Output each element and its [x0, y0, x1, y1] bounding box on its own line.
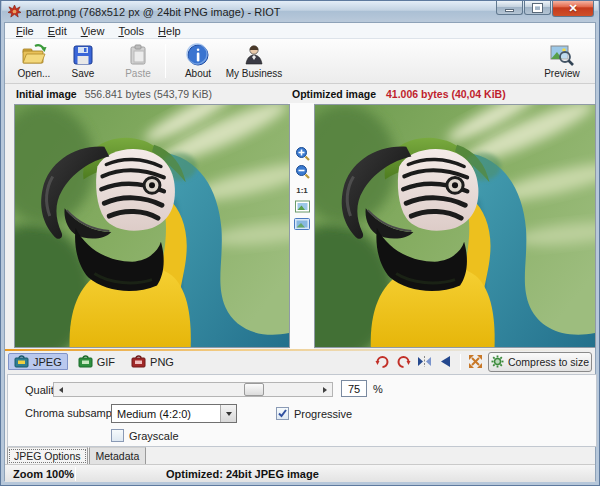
menu-file[interactable]: File — [9, 24, 41, 38]
open-button[interactable]: Open... — [10, 42, 58, 81]
options-tab-strip: JPEG Options Metadata — [5, 447, 595, 464]
riot-app-icon — [8, 5, 21, 18]
menu-tools[interactable]: Tools — [111, 24, 151, 38]
quality-unit-label: % — [373, 383, 383, 395]
initial-image-panel[interactable] — [14, 104, 290, 348]
rotate-left-icon — [375, 354, 390, 369]
paste-clipboard-icon — [126, 42, 150, 68]
close-button[interactable]: ✕ — [552, 1, 594, 17]
rotate-right-button[interactable] — [395, 353, 412, 370]
toolbar-separator — [165, 44, 166, 78]
slider-right-arrow[interactable] — [318, 383, 332, 396]
status-separator — [75, 467, 76, 481]
slider-left-arrow[interactable] — [54, 383, 68, 396]
format-tabs: JPEG GIF — [8, 353, 180, 370]
zoom-out-button[interactable] — [293, 163, 311, 179]
about-info-icon — [186, 42, 210, 68]
progressive-checkbox-row[interactable]: Progressive — [276, 407, 352, 420]
actual-size-button[interactable]: 1:1 — [293, 182, 311, 198]
zoom-in-icon — [295, 146, 310, 161]
jpeg-toolbox-icon — [14, 355, 29, 368]
fit-image-icon — [295, 200, 310, 213]
person-icon — [242, 42, 266, 68]
fit-image-button[interactable] — [293, 198, 311, 214]
grayscale-label: Grayscale — [129, 430, 179, 442]
progressive-label: Progressive — [294, 408, 352, 420]
my-business-button[interactable]: My Business — [223, 42, 285, 81]
gear-icon — [491, 355, 504, 368]
image-size-row: Initial image556.841 bytes (543,79 KiB) … — [5, 84, 595, 103]
quality-value-input[interactable] — [341, 380, 367, 397]
title-bar[interactable]: parrot.png (768x512 px @ 24bit PNG image… — [2, 1, 598, 22]
status-bar: Zoom 100% Optimized: 24bit JPEG image — [5, 464, 595, 482]
zoom-controls: 1:1 — [293, 103, 311, 349]
quality-slider[interactable] — [53, 382, 333, 397]
slider-thumb[interactable] — [244, 383, 264, 396]
about-button[interactable]: About — [177, 42, 219, 81]
tab-png[interactable]: PNG — [125, 353, 180, 370]
grayscale-checkbox[interactable] — [111, 429, 124, 442]
progressive-checkbox[interactable] — [276, 407, 289, 420]
client-area: File Edit View Tools Help — [4, 22, 596, 481]
window-title: parrot.png (768x512 px @ 24bit PNG image… — [26, 6, 281, 18]
fit-window-icon — [294, 218, 310, 231]
png-toolbox-icon — [131, 355, 146, 368]
preview-button[interactable]: Preview — [537, 42, 587, 81]
rotate-right-icon — [396, 354, 411, 369]
format-toolbar: JPEG GIF — [5, 349, 595, 374]
fit-window-button[interactable] — [293, 216, 311, 232]
optimized-image-label: Optimized image — [292, 88, 376, 100]
tab-jpeg[interactable]: JPEG — [8, 353, 68, 370]
minimize-button[interactable] — [496, 1, 523, 15]
close-icon: ✕ — [568, 3, 577, 14]
initial-image-info: Initial image556.841 bytes (543,79 KiB) — [16, 88, 212, 100]
tab-jpeg-options[interactable]: JPEG Options — [7, 447, 88, 465]
flip-vertical-icon — [438, 355, 453, 368]
flip-horizontal-button[interactable] — [416, 353, 433, 370]
jpeg-options-panel: Quality % Chroma subsampling Medium (4:2… — [7, 374, 597, 447]
save-button[interactable]: Save — [62, 42, 104, 81]
window-frame: parrot.png (768x512 px @ 24bit PNG image… — [0, 0, 600, 486]
resize-icon — [468, 354, 483, 369]
initial-image-size: 556.841 bytes (543,79 KiB) — [85, 88, 212, 100]
tab-metadata[interactable]: Metadata — [89, 447, 147, 465]
tab-gif[interactable]: GIF — [72, 353, 121, 370]
menu-bar: File Edit View Tools Help — [5, 23, 595, 39]
flip-vertical-button[interactable] — [437, 353, 454, 370]
checkmark-icon — [277, 408, 288, 419]
riot-application-window: parrot.png (768x512 px @ 24bit PNG image… — [0, 0, 600, 486]
optimized-image-info: Optimized image41.006 bytes (40,04 KiB) — [292, 88, 506, 100]
one-to-one-label: 1:1 — [296, 186, 308, 195]
chroma-dropdown[interactable]: Medium (4:2:0) — [111, 404, 237, 423]
optimized-image-panel[interactable] — [314, 104, 596, 348]
paste-button: Paste — [117, 42, 159, 81]
open-folder-icon — [21, 42, 47, 68]
initial-parrot-image — [15, 105, 289, 347]
optimized-parrot-image — [315, 105, 595, 347]
menu-edit[interactable]: Edit — [41, 24, 74, 38]
zoom-out-icon — [295, 164, 310, 179]
maximize-button[interactable] — [524, 1, 551, 15]
tools-separator — [460, 354, 461, 370]
optimized-image-size: 41.006 bytes (40,04 KiB) — [386, 88, 506, 100]
status-message: Optimized: 24bit JPEG image — [166, 468, 319, 480]
initial-image-label: Initial image — [16, 88, 77, 100]
zoom-in-button[interactable] — [293, 145, 311, 161]
menu-help[interactable]: Help — [151, 24, 188, 38]
transform-tools: Compress to size — [374, 351, 592, 372]
compress-to-size-button[interactable]: Compress to size — [488, 352, 592, 372]
image-compare-area: 1:1 — [5, 103, 595, 349]
rotate-left-button[interactable] — [374, 353, 391, 370]
gif-toolbox-icon — [78, 355, 93, 368]
preview-magnifier-icon — [549, 42, 575, 68]
window-controls: ✕ — [496, 1, 594, 17]
chevron-down-icon — [226, 412, 232, 416]
resize-button[interactable] — [467, 353, 484, 370]
grayscale-checkbox-row[interactable]: Grayscale — [111, 429, 179, 442]
chroma-selected-value: Medium (4:2:0) — [112, 408, 220, 420]
dropdown-arrow-button[interactable] — [220, 405, 236, 422]
menu-view[interactable]: View — [74, 24, 112, 38]
save-floppy-icon — [71, 42, 95, 68]
flip-horizontal-icon — [417, 355, 432, 368]
minimize-icon — [505, 9, 514, 12]
